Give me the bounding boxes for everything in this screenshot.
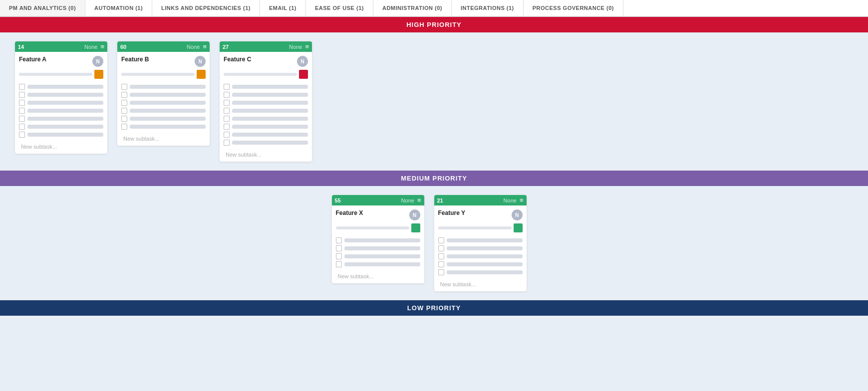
subtask-text	[130, 101, 206, 105]
avatar: N	[297, 56, 308, 67]
avatar: N	[195, 56, 206, 67]
card-menu-icon[interactable]: ≡	[520, 196, 524, 204]
subtask-item	[121, 84, 206, 90]
tab-ease-of-use[interactable]: EASE OF USE (1)	[306, 0, 373, 16]
card-header: 21None≡	[434, 195, 527, 205]
new-subtask[interactable]: New subtask...	[438, 278, 523, 289]
subtask-checkbox[interactable]	[224, 132, 230, 138]
new-subtask[interactable]: New subtask...	[121, 133, 206, 144]
card-title: Feature B	[121, 56, 193, 63]
subtask-text	[27, 93, 103, 97]
avatar: N	[92, 56, 103, 67]
new-subtask[interactable]: New subtask...	[224, 149, 308, 160]
card-menu-icon[interactable]: ≡	[203, 43, 207, 50]
subtask-checkbox[interactable]	[438, 269, 444, 275]
new-subtask[interactable]: New subtask...	[336, 270, 420, 281]
tab-automation[interactable]: AUTOMATION (1)	[85, 0, 152, 16]
card-none-label: None	[289, 44, 302, 50]
subtask-item	[121, 116, 206, 122]
subtask-checkbox[interactable]	[336, 261, 342, 267]
subtask-checkbox[interactable]	[19, 100, 25, 106]
subtask-text	[344, 246, 420, 250]
subtask-text	[232, 125, 308, 129]
subtask-item	[224, 92, 308, 98]
card-menu-icon[interactable]: ≡	[100, 43, 104, 50]
subtask-checkbox[interactable]	[121, 108, 127, 114]
subtask-checkbox[interactable]	[224, 124, 230, 130]
subtask-text	[447, 254, 523, 258]
tab-email[interactable]: EMAIL (1)	[260, 0, 306, 16]
subtask-item	[224, 116, 308, 122]
subtask-checkbox[interactable]	[224, 92, 230, 98]
subtask-checkbox[interactable]	[224, 140, 230, 146]
card-header: 55None≡	[332, 195, 424, 205]
subtask-text	[232, 141, 308, 145]
card-none-label: None	[187, 44, 200, 50]
subtask-text	[232, 93, 308, 97]
subtask-checkbox[interactable]	[19, 108, 25, 114]
progress-track	[121, 73, 195, 76]
subtask-item	[336, 245, 420, 251]
subtask-checkbox[interactable]	[121, 116, 127, 122]
subtask-item	[224, 140, 308, 146]
tab-process-governance[interactable]: PROCESS GOVERNANCE (0)	[524, 0, 623, 16]
feature-card-60: 60None≡Feature BNNew subtask...	[117, 41, 210, 146]
low-priority-cards	[0, 316, 868, 336]
tab-integrations[interactable]: INTEGRATIONS (1)	[452, 0, 524, 16]
subtask-item	[121, 108, 206, 114]
card-none-label: None	[84, 44, 97, 50]
subtask-checkbox[interactable]	[19, 132, 25, 138]
subtask-checkbox[interactable]	[438, 245, 444, 251]
subtask-item	[19, 108, 103, 114]
tab-pm-and-analytics[interactable]: PM AND ANALYTICS (0)	[0, 0, 85, 16]
subtask-checkbox[interactable]	[438, 253, 444, 259]
high-priority-cards: 14None≡Feature ANNew subtask...60None≡Fe…	[0, 32, 868, 171]
subtask-item	[224, 100, 308, 106]
subtask-text	[27, 117, 103, 121]
avatar: N	[512, 209, 523, 220]
subtask-checkbox[interactable]	[19, 116, 25, 122]
subtask-checkbox[interactable]	[336, 245, 342, 251]
subtask-text	[130, 125, 206, 129]
subtask-checkbox[interactable]	[19, 124, 25, 130]
subtask-checkbox[interactable]	[19, 84, 25, 90]
subtask-checkbox[interactable]	[224, 100, 230, 106]
subtask-checkbox[interactable]	[336, 237, 342, 243]
subtask-checkbox[interactable]	[224, 84, 230, 90]
subtask-checkbox[interactable]	[438, 261, 444, 267]
card-id: 60	[120, 44, 126, 50]
tab-bar: PM AND ANALYTICS (0)AUTOMATION (1)LINKS …	[0, 0, 868, 17]
subtask-checkbox[interactable]	[224, 108, 230, 114]
subtask-item	[336, 261, 420, 267]
subtask-checkbox[interactable]	[121, 124, 127, 130]
medium-priority-header: MEDIUM PRIORITY	[0, 171, 868, 186]
tab-links-and-dependencies[interactable]: LINKS AND DEPENDENCIES (1)	[152, 0, 260, 16]
priority-swatch	[197, 70, 206, 79]
tab-administration[interactable]: ADMINISTRATION (0)	[373, 0, 452, 16]
subtask-checkbox[interactable]	[121, 100, 127, 106]
progress-track	[336, 226, 409, 229]
subtask-checkbox[interactable]	[224, 116, 230, 122]
subtask-item	[121, 92, 206, 98]
subtask-checkbox[interactable]	[438, 237, 444, 243]
card-title: Feature C	[224, 56, 295, 63]
subtask-item	[19, 92, 103, 98]
card-header: 14None≡	[15, 41, 107, 52]
subtask-text	[232, 117, 308, 121]
subtask-item	[224, 124, 308, 130]
subtask-checkbox[interactable]	[19, 92, 25, 98]
subtask-text	[232, 109, 308, 113]
subtask-checkbox[interactable]	[121, 92, 127, 98]
card-menu-icon[interactable]: ≡	[305, 43, 309, 50]
subtask-item	[438, 269, 523, 275]
feature-card-55: 55None≡Feature XNNew subtask...	[332, 195, 424, 283]
subtask-text	[447, 262, 523, 266]
subtask-text	[344, 262, 420, 266]
subtask-item	[121, 100, 206, 106]
new-subtask[interactable]: New subtask...	[19, 141, 103, 152]
subtask-checkbox[interactable]	[336, 253, 342, 259]
progress-track	[224, 73, 297, 76]
card-menu-icon[interactable]: ≡	[417, 196, 421, 204]
subtask-text	[344, 238, 420, 242]
subtask-checkbox[interactable]	[121, 84, 127, 90]
